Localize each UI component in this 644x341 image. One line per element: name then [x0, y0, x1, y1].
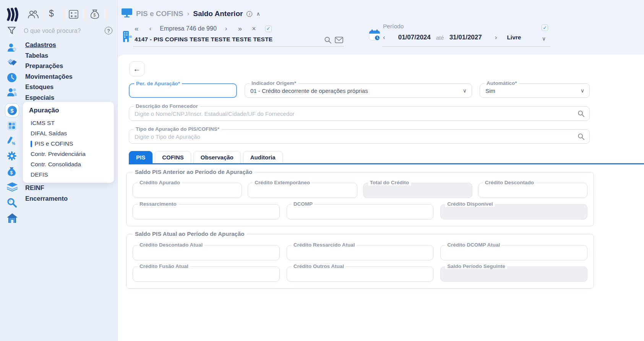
- field-label: Saldo Período Seguinte: [445, 263, 507, 269]
- cadastros-icon[interactable]: [7, 42, 17, 52]
- period-date-from[interactable]: 01/07/2024: [398, 34, 431, 41]
- sidebar-item-preparacoes[interactable]: Preparações: [25, 62, 63, 70]
- marker-percent-icon[interactable]: %: [7, 136, 17, 146]
- per-apuracao-input[interactable]: [135, 84, 219, 97]
- encerramento-search-icon[interactable]: [7, 198, 17, 208]
- credito-descontado-atual-field[interactable]: Crédito Descontado Atual: [133, 245, 280, 260]
- period-date-to[interactable]: 31/01/2027: [449, 34, 482, 41]
- automatico-select[interactable]: Automático* Sim ∨: [480, 83, 590, 98]
- sidebar-item-encerramento[interactable]: Encerramento: [25, 195, 68, 202]
- users-module-icon[interactable]: [28, 10, 39, 20]
- company-filter-checkbox[interactable]: ✓: [265, 26, 272, 32]
- tab-observacao[interactable]: Observação: [193, 151, 241, 163]
- tipo-apuracao-input[interactable]: [135, 130, 572, 143]
- submenu-item-difal-saidas[interactable]: DIFAL Saídas: [31, 129, 67, 138]
- active-item-bar: [31, 141, 32, 147]
- help-icon[interactable]: ?: [105, 27, 112, 34]
- credito-fusao-atual-field[interactable]: Crédito Fusão Atual: [133, 266, 280, 282]
- tab-bar: PIS COFINS Observação Auditoria: [129, 151, 283, 163]
- automatico-label: Automático*: [485, 80, 519, 86]
- company-navigator: « ‹ Empresa 746 de 990 › » × ✓: [135, 24, 272, 33]
- company-name: 4147 - PIS COFINS TESTE TESTE TESTE TEST…: [135, 36, 273, 43]
- calculo-icon[interactable]: [7, 121, 17, 131]
- building-icon: [122, 31, 132, 44]
- page-title: Saldo Anterior: [193, 10, 243, 18]
- apuracao-submenu-panel: Apuração ICMS ST DIFAL Saídas PIS e COFI…: [23, 102, 114, 183]
- submenu-item-pis-cofins[interactable]: PIS e COFINS: [31, 140, 73, 148]
- tipo-apuracao-field[interactable]: Tipo de Apuração do PIS/COFINS*: [129, 129, 590, 144]
- saldo-anterior-row1: Crédito Apurado Crédito Extemporâneo Tot…: [133, 183, 587, 198]
- search-icon[interactable]: [577, 110, 584, 119]
- indicador-origem-select[interactable]: Indicador Origem* 01 - Crédito decorrent…: [245, 83, 472, 98]
- monitor-icon: [122, 8, 132, 19]
- dcomp-field[interactable]: DCOMP: [287, 204, 434, 219]
- back-button[interactable]: ←: [129, 61, 144, 76]
- moneybag-blue-icon[interactable]: $: [7, 167, 17, 177]
- moneybag-module-icon[interactable]: $: [90, 9, 99, 21]
- home-icon[interactable]: [7, 213, 17, 223]
- sidebar-item-especiais[interactable]: Especiais: [25, 94, 54, 101]
- first-company-button[interactable]: «: [135, 24, 139, 33]
- credito-dcomp-atual-field[interactable]: Crédito DCOMP Atual: [440, 245, 587, 260]
- descricao-fornecedor-field[interactable]: Descrição do Fornecedor: [129, 106, 590, 121]
- chevron-down-icon[interactable]: ∨: [463, 88, 467, 94]
- tab-auditoria[interactable]: Auditoria: [243, 151, 283, 163]
- sidebar-search-input[interactable]: O que você procura?: [24, 28, 81, 34]
- sidebar-item-cadastros[interactable]: Cadastros: [25, 41, 56, 49]
- last-company-button[interactable]: »: [238, 24, 242, 33]
- next-period-button[interactable]: ›: [495, 34, 497, 41]
- filter-icon[interactable]: [8, 27, 16, 36]
- clear-company-button[interactable]: ×: [252, 25, 256, 33]
- info-icon[interactable]: i: [247, 11, 252, 17]
- submenu-item-contr-previdenciaria[interactable]: Contr. Previdenciária: [31, 150, 86, 158]
- field-label: Crédito Descontado: [483, 180, 536, 185]
- topbar-separator: [63, 8, 65, 21]
- svg-text:%: %: [12, 141, 15, 146]
- sidebar-item-estoques[interactable]: Estoques: [25, 83, 54, 91]
- credito-descontado-field[interactable]: Crédito Descontado: [478, 183, 587, 198]
- company-underline: [133, 46, 344, 47]
- calculator-module-icon[interactable]: [69, 10, 78, 20]
- ressarcimento-field[interactable]: Ressarcimento: [133, 204, 280, 219]
- indicador-origem-label: Indicador Origem*: [250, 80, 298, 86]
- next-company-button[interactable]: ›: [225, 25, 227, 32]
- app-logo-icon[interactable]: [6, 7, 20, 24]
- sidebar-item-movimentacoes[interactable]: Movimentações: [25, 73, 73, 80]
- chevron-down-icon[interactable]: ∨: [581, 88, 584, 94]
- tab-cofins[interactable]: COFINS: [155, 151, 191, 163]
- search-icon[interactable]: [577, 133, 584, 141]
- credito-apurado-field[interactable]: Crédito Apurado: [133, 183, 242, 198]
- credito-outros-atual-field[interactable]: Crédito Outros Atual: [287, 266, 434, 282]
- submenu-item-defis[interactable]: DEFIS: [31, 170, 48, 179]
- field-label: Ressarcimento: [138, 201, 178, 207]
- company-search-icon[interactable]: [324, 36, 331, 45]
- collapse-header-icon[interactable]: ∧: [256, 11, 260, 17]
- preparacoes-handshake-icon[interactable]: [7, 58, 17, 68]
- credito-ressarcido-atual-field[interactable]: Crédito Ressarcido Atual: [287, 245, 434, 260]
- period-dropdown-icon[interactable]: ∨: [542, 36, 546, 42]
- per-apuracao-field[interactable]: Per. de Apuração*: [129, 83, 237, 98]
- submenu-title: Apuração: [29, 107, 59, 114]
- sidebar-item-tabelas[interactable]: Tabelas: [25, 52, 48, 59]
- credito-extemporaneo-field[interactable]: Crédito Extemporâneo: [248, 183, 357, 198]
- finance-module-icon[interactable]: $: [49, 8, 54, 19]
- prev-company-button[interactable]: ‹: [149, 25, 152, 32]
- period-until-label: até: [436, 34, 444, 41]
- reinf-layers-icon[interactable]: [7, 182, 17, 192]
- saldo-anterior-row2: Ressarcimento DCOMP Crédito Disponível: [133, 204, 587, 219]
- breadcrumb-parent[interactable]: PIS e COFINS: [136, 10, 183, 18]
- sidebar-item-reinf[interactable]: REINF: [25, 184, 44, 192]
- settings-gear-icon[interactable]: [7, 151, 17, 161]
- field-label: Crédito Apurado: [138, 180, 182, 185]
- period-checkbox[interactable]: ✓: [542, 24, 548, 31]
- prev-period-button[interactable]: ‹: [383, 34, 385, 41]
- tab-pis[interactable]: PIS: [129, 151, 152, 163]
- movimentacoes-clock-icon[interactable]: [7, 73, 17, 83]
- submenu-item-contr-consolidada[interactable]: Contr. Consolidada: [31, 160, 81, 169]
- descricao-fornecedor-input[interactable]: [135, 107, 572, 120]
- submenu-item-icms-st[interactable]: ICMS ST: [31, 119, 55, 127]
- period-mode[interactable]: Livre: [507, 34, 521, 41]
- especiais-users-icon[interactable]: [7, 88, 17, 97]
- apuracao-active-icon[interactable]: $: [5, 103, 19, 117]
- mail-icon[interactable]: [335, 37, 343, 45]
